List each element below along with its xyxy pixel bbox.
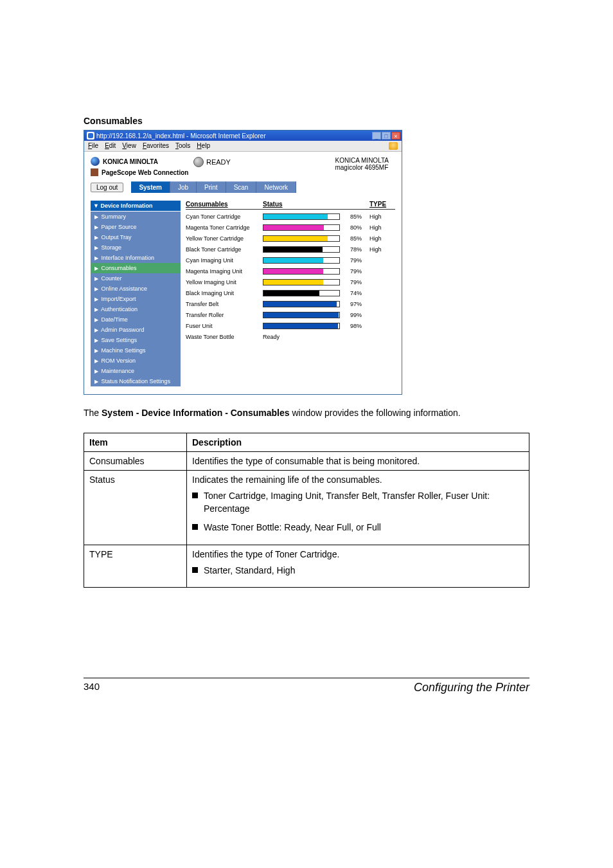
col-consumables: Consumables <box>186 201 263 208</box>
sidebar-item[interactable]: ▶ Maintenance <box>91 366 181 376</box>
page-number: 340 <box>84 681 100 694</box>
consumable-type: High <box>369 246 395 253</box>
status-percent: 79% <box>344 268 362 275</box>
consumable-name: Cyan Toner Cartridge <box>186 213 263 220</box>
window-title: http://192.168.1.2/a_index.html - Micros… <box>96 132 265 140</box>
window-titlebar: http://192.168.1.2/a_index.html - Micros… <box>84 131 402 141</box>
sidebar-item[interactable]: ▶ Output Tray <box>91 232 181 242</box>
consumable-row: Black Imaging Unit74% <box>186 290 395 296</box>
consumable-status: 79% <box>263 268 369 275</box>
consumable-name: Black Toner Cartridge <box>186 246 263 253</box>
consumables-panel: Consumables Status TYPE Cyan Toner Cartr… <box>186 201 395 386</box>
status-bar <box>263 246 340 253</box>
tab-system[interactable]: System <box>131 181 170 193</box>
cell-consumables-item: Consumables <box>84 452 187 471</box>
sidebar: ▼ Device Information ▶ Summary▶ Paper So… <box>91 201 181 386</box>
consumable-row: Magenta Imaging Unit79% <box>186 268 395 275</box>
model-brand: KONICA MINOLTA <box>335 157 389 164</box>
pagescope-icon <box>91 168 98 176</box>
consumable-name: Fuser Unit <box>186 323 263 329</box>
consumable-status: 78% <box>263 246 369 253</box>
sidebar-item[interactable]: ▶ Consumables <box>91 263 181 273</box>
consumable-name: Yellow Imaging Unit <box>186 279 263 285</box>
tab-job[interactable]: Job <box>170 181 197 193</box>
menu-edit[interactable]: Edit <box>105 142 116 150</box>
sidebar-item[interactable]: ▶ Save Settings <box>91 335 181 345</box>
consumable-name: Magenta Toner Cartridge <box>186 224 263 231</box>
browser-window: http://192.168.1.2/a_index.html - Micros… <box>84 130 402 395</box>
consumable-status: 98% <box>263 323 369 329</box>
status-percent: 85% <box>344 213 362 220</box>
consumable-status: 80% <box>263 224 369 231</box>
sidebar-item[interactable]: ▶ Date/Time <box>91 314 181 325</box>
status-percent: 78% <box>344 246 362 253</box>
consumable-row: Waste Toner BottleReady <box>186 334 395 340</box>
status-bar <box>263 268 340 275</box>
sidebar-item[interactable]: ▶ Authentication <box>91 304 181 314</box>
cell-type-desc: Identifies the type of Toner Cartridge. … <box>187 545 529 588</box>
status-percent: 79% <box>344 279 362 285</box>
caption-text: The System - Device Information - Consum… <box>84 406 529 420</box>
consumable-status: 79% <box>263 257 369 264</box>
subbrand-text: PageScope Web Connection <box>102 169 188 176</box>
ie-logo-icon <box>87 132 94 140</box>
sidebar-item[interactable]: ▶ Summary <box>91 212 181 222</box>
window-close-button[interactable]: × <box>391 132 400 140</box>
status-bar <box>263 301 340 307</box>
window-minimize-button[interactable]: _ <box>372 132 381 140</box>
tab-network[interactable]: Network <box>256 181 296 193</box>
status-percent: 97% <box>344 301 362 307</box>
status-percent: 79% <box>344 257 362 264</box>
tab-print[interactable]: Print <box>197 181 226 193</box>
consumable-status: Ready <box>263 334 369 340</box>
status-percent: 85% <box>344 235 362 242</box>
consumable-row: Magenta Toner Cartridge80%High <box>186 224 395 231</box>
consumable-status: 99% <box>263 312 369 318</box>
cell-status-item: Status <box>84 471 187 545</box>
footer-title: Configuring the Printer <box>414 681 529 694</box>
consumable-row: Yellow Toner Cartridge85%High <box>186 235 395 242</box>
status-percent: 98% <box>344 323 362 329</box>
sidebar-item[interactable]: ▶ Status Notification Settings <box>91 376 181 386</box>
info-table: Item Description Consumables Identifies … <box>84 433 529 588</box>
consumable-status: 85% <box>263 235 369 242</box>
brand-text: KONICA MINOLTA <box>103 158 158 165</box>
sidebar-item[interactable]: ▶ Storage <box>91 242 181 253</box>
window-maximize-button[interactable]: □ <box>382 132 391 140</box>
consumable-name: Magenta Imaging Unit <box>186 268 263 275</box>
status-bar <box>263 213 340 220</box>
menu-file[interactable]: File <box>88 142 98 150</box>
status-percent: 99% <box>344 312 362 318</box>
konica-globe-icon <box>91 157 100 166</box>
logout-button[interactable]: Log out <box>91 183 123 192</box>
consumable-name: Black Imaging Unit <box>186 290 263 296</box>
consumable-row: Cyan Imaging Unit79% <box>186 257 395 264</box>
sidebar-item[interactable]: ▶ Online Assistance <box>91 284 181 294</box>
consumable-name: Transfer Belt <box>186 301 263 307</box>
sidebar-item[interactable]: ▶ Paper Source <box>91 222 181 232</box>
consumable-row: Transfer Belt97% <box>186 301 395 307</box>
sidebar-item[interactable]: ▶ Import/Export <box>91 294 181 304</box>
sidebar-item[interactable]: ▶ Counter <box>91 273 181 284</box>
sidebar-item[interactable]: ▶ Admin Password <box>91 325 181 335</box>
menu-favorites[interactable]: Favorites <box>143 142 169 150</box>
consumable-name: Cyan Imaging Unit <box>186 257 263 264</box>
consumable-type: High <box>369 224 395 231</box>
status-percent: 80% <box>344 224 362 231</box>
consumable-name: Waste Toner Bottle <box>186 334 263 340</box>
page-footer: 340 Configuring the Printer <box>84 678 529 694</box>
tab-scan[interactable]: Scan <box>226 181 257 193</box>
sidebar-item[interactable]: ▶ Interface Information <box>91 253 181 263</box>
sidebar-item[interactable]: ▶ ROM Version <box>91 356 181 366</box>
menu-help[interactable]: Help <box>197 142 210 150</box>
consumable-row: Yellow Imaging Unit79% <box>186 279 395 285</box>
menu-tools[interactable]: Tools <box>175 142 190 150</box>
th-desc: Description <box>187 433 529 452</box>
status-bar <box>263 290 340 296</box>
status-bar <box>263 312 340 318</box>
main-tabs: System Job Print Scan Network <box>131 181 296 193</box>
printer-status-icon <box>193 157 204 167</box>
menu-view[interactable]: View <box>122 142 136 150</box>
sidebar-header[interactable]: ▼ Device Information <box>91 201 181 211</box>
sidebar-item[interactable]: ▶ Machine Settings <box>91 345 181 356</box>
